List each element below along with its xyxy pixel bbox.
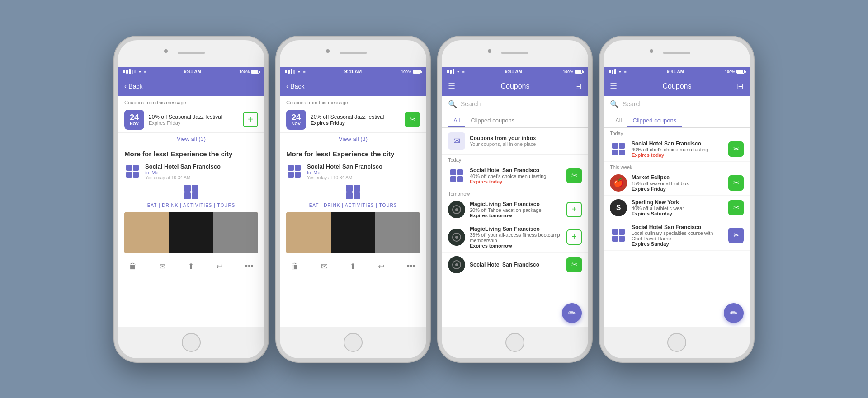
phone-3: ▾ ⌾ 9:41 AM 100% ☰ Coupons ⊟ 🔍 Search xyxy=(438,37,592,362)
more-icon-1[interactable]: ••• xyxy=(242,261,256,272)
coupon-avatar-4-0 xyxy=(610,140,627,158)
inbox-icon-3: ✉ xyxy=(448,132,465,150)
screen-content-3: 🔍 Search All Clipped coupons ✉ Coupons f… xyxy=(442,96,588,327)
gc2-1 xyxy=(288,165,294,171)
inbox-subtitle-3: Your coupons, all in one place xyxy=(470,141,582,147)
add-btn-3-1[interactable]: + xyxy=(566,202,582,217)
clip-coupon-btn-2[interactable]: ✂ xyxy=(405,112,420,127)
clip-btn-3-3[interactable]: ✂ xyxy=(566,257,582,272)
mail-icon-1[interactable]: ✉ xyxy=(156,261,169,272)
grid-avatar-3-0 xyxy=(450,169,463,182)
coupon-text-2: 20% off Seasonal Jazz festival Expires F… xyxy=(311,114,400,126)
view-all-2[interactable]: View all (3) xyxy=(280,132,426,145)
home-btn-1[interactable] xyxy=(182,333,201,352)
coupon-day-2: 24 xyxy=(292,113,301,122)
trash-icon-2[interactable]: 🗑 xyxy=(288,261,302,272)
music-icon-3-1 xyxy=(448,201,465,218)
more-icon-2[interactable]: ••• xyxy=(404,261,418,272)
coupon-name-4-3: Social Hotel San Francisco xyxy=(632,224,724,230)
gc2-3 xyxy=(288,172,294,178)
back-button-2[interactable]: ‹ Back xyxy=(286,82,304,90)
home-btn-4[interactable] xyxy=(667,333,686,352)
upload-icon-1[interactable]: ⬆ xyxy=(185,261,197,272)
mosaic-item-1b xyxy=(169,212,214,253)
hamburger-icon-4[interactable]: ☰ xyxy=(610,81,617,91)
clip-btn-4-2[interactable]: ✂ xyxy=(728,200,744,215)
coupon-name-4-2: Sperling New York xyxy=(632,199,724,206)
coupon-desc-4-3: Local culinary specialties course with C… xyxy=(632,230,724,241)
glc2-3 xyxy=(346,192,353,199)
coupon-expires-1: Expires Friday xyxy=(149,120,238,126)
upload-icon-2[interactable]: ⬆ xyxy=(347,261,359,272)
battery-icon-2 xyxy=(413,70,421,74)
battery-pct-1: 100% xyxy=(239,70,250,74)
signal-4: ▾ ⌾ xyxy=(609,69,626,74)
coupon-expires-4-0: Expires today xyxy=(632,152,724,158)
add-btn-3-2[interactable]: + xyxy=(566,229,582,245)
section-week-4: This week xyxy=(604,162,750,171)
trash-icon-1[interactable]: 🗑 xyxy=(126,261,140,272)
add-coupon-btn-1[interactable]: + xyxy=(243,112,258,127)
glc2-1 xyxy=(346,185,353,192)
coupon-desc-4-2: 40% off all athletic wear xyxy=(632,206,724,211)
home-btn-3[interactable] xyxy=(505,333,524,352)
coupon-list-icon-4[interactable]: ⊟ xyxy=(737,81,744,91)
tab-clipped-3[interactable]: Clipped coupons xyxy=(465,114,520,127)
reply-icon-1[interactable]: ↩ xyxy=(213,261,226,272)
fab-4[interactable]: ✏ xyxy=(724,303,744,323)
fab-3[interactable]: ✏ xyxy=(562,303,582,323)
search-placeholder-3[interactable]: Search xyxy=(461,100,481,108)
view-all-1[interactable]: View all (3) xyxy=(118,132,264,145)
email-to-1: to Me xyxy=(145,170,258,175)
tab-clipped-4[interactable]: Clipped coupons xyxy=(627,114,682,127)
gc3 xyxy=(126,172,132,178)
back-button-1[interactable]: ‹ Back xyxy=(124,82,142,90)
header-title-3: Coupons xyxy=(455,82,575,90)
coupon-month-2: NOV xyxy=(292,122,301,126)
tab-all-4[interactable]: All xyxy=(610,114,627,127)
reply-icon-2[interactable]: ↩ xyxy=(375,261,387,272)
glc2-4 xyxy=(354,192,360,199)
coupon-list-text-4-2: Sperling New York 40% off all athletic w… xyxy=(632,199,724,216)
coupon-desc-3-1: 20% off Tahoe vacation package xyxy=(470,207,562,213)
home-btn-2[interactable] xyxy=(344,333,363,352)
status-time-2: 9:41 AM xyxy=(344,69,362,74)
email-icon-1 xyxy=(124,163,141,179)
inbox-item-3: ✉ Coupons from your inbox Your coupons, … xyxy=(442,128,588,155)
coupon-list-item-3-3: Social Hotel San Francisco ✂ xyxy=(442,253,588,277)
coupon-list-text-4-0: Social Hotel San Francisco 40% off chef'… xyxy=(632,140,724,158)
signal-3: ▾ ⌾ xyxy=(447,69,464,74)
coupon-desc-4-1: 15% off seasonal fruit box xyxy=(632,181,724,186)
back-label-2: Back xyxy=(290,83,304,90)
coupon-from-2: Coupons from this message xyxy=(280,96,426,107)
email-icon-2 xyxy=(286,163,302,179)
grid-logo-center-1 xyxy=(118,183,264,201)
tabs-bar-4: All Clipped coupons xyxy=(604,112,750,128)
camera-1 xyxy=(164,49,168,53)
header-3: ☰ Coupons ⊟ xyxy=(442,76,588,96)
tab-all-3[interactable]: All xyxy=(448,114,465,127)
hamburger-icon-3[interactable]: ☰ xyxy=(448,81,455,91)
email-sender-2: Social Hotel San Francisco xyxy=(307,163,420,170)
clip-btn-4-1[interactable]: ✂ xyxy=(728,175,744,191)
grid-logo-big-1 xyxy=(184,185,198,199)
coupon-avatar-3-3 xyxy=(448,256,465,273)
phone-top-4 xyxy=(604,40,750,67)
coupon-avatar-3-2 xyxy=(448,229,465,246)
speaker-3 xyxy=(501,52,528,54)
phone-1: ▾ ⌾ 9:41 AM 100% ‹ Back Coupons from thi… xyxy=(114,37,268,362)
coupon-name-3-2: MagicLiving San Francisco xyxy=(470,226,562,232)
glc4 xyxy=(192,192,198,199)
section-title-1: More for less! Experience the city xyxy=(118,145,264,160)
coupon-expires-2: Expires Friday xyxy=(311,120,400,126)
mail-icon-2[interactable]: ✉ xyxy=(318,261,330,272)
svg-point-2 xyxy=(455,208,458,211)
clip-btn-4-0[interactable]: ✂ xyxy=(728,141,744,157)
coupon-list-icon-3[interactable]: ⊟ xyxy=(575,81,582,91)
header-4: ☰ Coupons ⊟ xyxy=(604,76,750,96)
coupon-text-1: 20% off Seasonal Jazz festival Expires F… xyxy=(149,114,238,126)
search-placeholder-4[interactable]: Search xyxy=(623,100,642,108)
clip-btn-4-3[interactable]: ✂ xyxy=(728,228,744,243)
speaker-1 xyxy=(178,52,205,54)
clip-btn-3-0[interactable]: ✂ xyxy=(566,168,582,183)
